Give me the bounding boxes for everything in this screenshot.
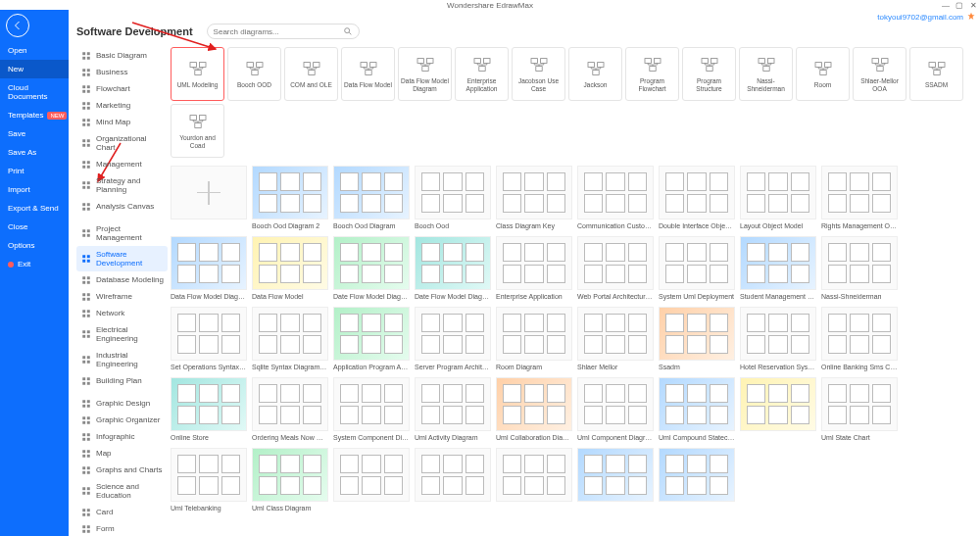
category-database-modeling[interactable]: Database Modeling bbox=[76, 271, 168, 288]
template-card[interactable]: Room Diagram bbox=[496, 307, 572, 372]
template-card[interactable] bbox=[740, 377, 816, 443]
template-card[interactable]: Layout Object Model bbox=[740, 166, 816, 231]
nav-options[interactable]: Options bbox=[0, 236, 69, 255]
nav-new[interactable]: New bbox=[0, 60, 69, 78]
template-card[interactable]: Booch Ood Diagram bbox=[333, 166, 410, 231]
tile-com-and-ole[interactable]: COM and OLE bbox=[284, 47, 338, 101]
tile-jackson[interactable]: Jackson bbox=[568, 47, 622, 101]
template-card[interactable]: Set Operations Syntax Diagram E... bbox=[171, 307, 247, 372]
category-mind-map[interactable]: Mind Map bbox=[76, 114, 168, 130]
template-card[interactable]: Ssadm bbox=[659, 307, 735, 372]
template-card[interactable]: Online Banking Sms Customer S... bbox=[821, 307, 898, 372]
template-card[interactable]: Uml Compound Statechart bbox=[659, 377, 735, 443]
template-card[interactable]: Date Flow Model Diagram 2 bbox=[333, 236, 410, 302]
nav-close[interactable]: Close bbox=[0, 218, 69, 236]
template-card[interactable] bbox=[333, 448, 410, 513]
tile-ssadm[interactable]: SSADM bbox=[909, 47, 963, 101]
template-card[interactable]: Ordering Meals Now Web Service bbox=[252, 377, 328, 443]
tile-nassi-shneiderman[interactable]: Nassi-Shneiderman bbox=[739, 47, 793, 101]
template-card[interactable]: Data Flow Model Diagram bbox=[171, 236, 247, 302]
search-field[interactable] bbox=[214, 27, 343, 36]
template-card[interactable]: Uml Component Diagram bbox=[577, 377, 654, 443]
category-graphs-and-charts[interactable]: Graphs and Charts bbox=[76, 462, 168, 478]
category-electrical-engineering[interactable]: Electrical Engineering bbox=[76, 321, 168, 347]
tile-room[interactable]: Room bbox=[796, 47, 850, 101]
template-card[interactable]: Uml State Chart bbox=[821, 377, 898, 443]
template-card[interactable]: Nassi-Shneiderman bbox=[821, 236, 898, 302]
tile-shlaer-mellor-ooa[interactable]: Shlaer-Mellor OOA bbox=[853, 47, 906, 101]
template-card[interactable]: Date Flow Model Diagram bbox=[415, 236, 491, 302]
template-card[interactable]: Uml Class Diagram bbox=[252, 448, 328, 513]
template-card[interactable]: Uml Collaboration Diagram bbox=[496, 377, 572, 443]
template-card[interactable]: Rights Management Object Model bbox=[821, 166, 898, 231]
template-card[interactable]: Application Program Architecture bbox=[333, 307, 410, 372]
category-software-development[interactable]: Software Development bbox=[76, 246, 168, 271]
template-card[interactable] bbox=[415, 448, 491, 513]
template-card[interactable]: Online Store bbox=[171, 377, 247, 443]
template-card[interactable]: Enterprise Application bbox=[496, 236, 572, 302]
tile-yourdon-and-coad[interactable]: Yourdon and Coad bbox=[171, 104, 224, 158]
tile-data-flow-model[interactable]: Data Flow Model bbox=[341, 47, 395, 101]
category-graphic-organizer[interactable]: Graphic Organizer bbox=[76, 412, 168, 428]
tile-program-structure[interactable]: Program Structure bbox=[682, 47, 736, 101]
nav-export-send[interactable]: Export & Send bbox=[0, 199, 69, 218]
template-card[interactable]: Uml Telebanking bbox=[171, 448, 247, 513]
nav-print[interactable]: Print bbox=[0, 162, 69, 180]
category-card[interactable]: Card bbox=[76, 504, 168, 520]
close-button[interactable]: ✕ bbox=[966, 0, 980, 10]
tile-data-flow-model-diagram[interactable]: Data Flow Model Diagram bbox=[398, 47, 452, 101]
template-card[interactable]: Booch Ood Diagram 2 bbox=[252, 166, 328, 231]
category-map[interactable]: Map bbox=[76, 445, 168, 462]
category-wireframe[interactable]: Wireframe bbox=[76, 288, 168, 305]
category-marketing[interactable]: Marketing bbox=[76, 97, 168, 114]
template-card[interactable]: Data Flow Model bbox=[252, 236, 328, 302]
category-network[interactable]: Network bbox=[76, 305, 168, 321]
tile-uml-modeling[interactable]: UML Modeling bbox=[171, 47, 224, 101]
template-card[interactable]: Student Management Use Case bbox=[740, 236, 816, 302]
category-management[interactable]: Management bbox=[76, 156, 168, 172]
template-card[interactable]: Hotel Reservation System bbox=[740, 307, 816, 372]
category-building-plan[interactable]: Building Plan bbox=[76, 372, 168, 389]
nav-open[interactable]: Open bbox=[0, 41, 69, 60]
template-card[interactable] bbox=[171, 166, 247, 231]
category-organizational-chart[interactable]: Organizational Chart bbox=[76, 130, 168, 156]
nav-import[interactable]: Import bbox=[0, 180, 69, 199]
tile-program-flowchart[interactable]: Program Flowchart bbox=[625, 47, 679, 101]
nav-save-as[interactable]: Save As bbox=[0, 143, 69, 162]
category-form[interactable]: Form bbox=[76, 520, 168, 536]
back-button[interactable] bbox=[6, 14, 29, 37]
template-card[interactable] bbox=[659, 448, 735, 513]
template-card[interactable]: Shlaer Mellor bbox=[577, 307, 654, 372]
category-basic-diagram[interactable]: Basic Diagram bbox=[76, 47, 168, 64]
nav-exit[interactable]: Exit bbox=[0, 255, 69, 273]
tile-booch-ood[interactable]: Booch OOD bbox=[227, 47, 281, 101]
template-card[interactable]: Double Interface Object Model ... bbox=[659, 166, 735, 231]
category-business[interactable]: Business bbox=[76, 64, 168, 80]
category-science-and-education[interactable]: Science and Education bbox=[76, 478, 168, 504]
template-card[interactable]: Class Diagram Key bbox=[496, 166, 572, 231]
category-graphic-design[interactable]: Graphic Design bbox=[76, 395, 168, 412]
category-strategy-and-planning[interactable]: Strategy and Planning bbox=[76, 172, 168, 198]
category-project-management[interactable]: Project Management bbox=[76, 220, 168, 246]
nav-save[interactable]: Save bbox=[0, 124, 69, 143]
template-card[interactable]: Server Program Architecture bbox=[415, 307, 491, 372]
search-input[interactable] bbox=[207, 24, 360, 39]
category-flowchart[interactable]: Flowchart bbox=[76, 80, 168, 97]
template-card[interactable]: System Uml Deployment bbox=[659, 236, 735, 302]
nav-templates[interactable]: TemplatesNEW bbox=[0, 106, 69, 124]
category-infographic[interactable]: Infographic bbox=[76, 428, 168, 445]
template-card[interactable]: Booch Ood bbox=[415, 166, 491, 231]
nav-cloud-documents[interactable]: Cloud Documents bbox=[0, 78, 69, 106]
category-analysis-canvas[interactable]: Analysis Canvas bbox=[76, 198, 168, 215]
template-card[interactable]: Communication Customer Requ... bbox=[577, 166, 654, 231]
tile-jacobson-use-case[interactable]: Jacobson Use Case bbox=[512, 47, 565, 101]
template-card[interactable] bbox=[577, 448, 654, 513]
template-card[interactable] bbox=[496, 448, 572, 513]
template-card[interactable]: Uml Activity Diagram bbox=[415, 377, 491, 443]
template-card[interactable]: Sqlite Syntax Diagram Example bbox=[252, 307, 328, 372]
template-card[interactable]: Web Portal Architecture Diagram bbox=[577, 236, 654, 302]
minimize-button[interactable]: — bbox=[939, 0, 953, 10]
category-industrial-engineering[interactable]: Industrial Engineering bbox=[76, 347, 168, 372]
template-card[interactable]: System Component Diagram bbox=[333, 377, 410, 443]
maximize-button[interactable]: ▢ bbox=[953, 0, 966, 10]
